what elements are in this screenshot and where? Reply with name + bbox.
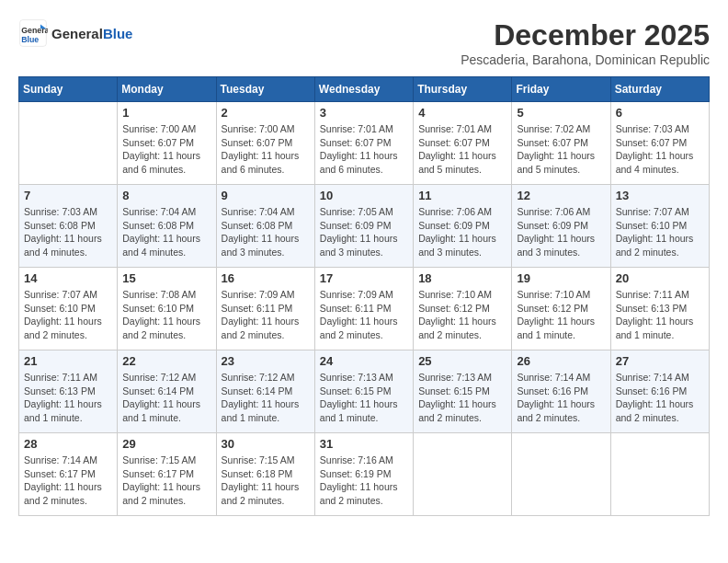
day-number: 29	[122, 437, 210, 451]
calendar-cell: 11Sunrise: 7:06 AM Sunset: 6:09 PM Dayli…	[414, 185, 512, 268]
calendar-cell: 30Sunrise: 7:15 AM Sunset: 6:18 PM Dayli…	[216, 433, 314, 516]
day-number: 1	[122, 106, 210, 120]
calendar-cell: 27Sunrise: 7:14 AM Sunset: 6:16 PM Dayli…	[610, 350, 709, 433]
day-info: Sunrise: 7:06 AM Sunset: 6:09 PM Dayligh…	[418, 205, 506, 259]
calendar-cell: 14Sunrise: 7:07 AM Sunset: 6:10 PM Dayli…	[19, 268, 118, 350]
day-number: 22	[122, 354, 210, 368]
calendar-cell: 19Sunrise: 7:10 AM Sunset: 6:12 PM Dayli…	[512, 268, 610, 350]
day-number: 5	[517, 106, 605, 120]
location-subtitle: Pescaderia, Barahona, Dominican Republic	[461, 52, 710, 67]
day-info: Sunrise: 7:04 AM Sunset: 6:08 PM Dayligh…	[222, 205, 310, 259]
day-number: 14	[24, 271, 112, 285]
calendar-cell: 23Sunrise: 7:12 AM Sunset: 6:14 PM Dayli…	[216, 350, 314, 433]
day-info: Sunrise: 7:03 AM Sunset: 6:07 PM Dayligh…	[616, 122, 704, 177]
day-header-wednesday: Wednesday	[314, 77, 413, 102]
day-number: 25	[418, 354, 506, 368]
day-info: Sunrise: 7:13 AM Sunset: 6:15 PM Dayligh…	[320, 371, 408, 425]
day-number: 3	[320, 106, 408, 120]
day-info: Sunrise: 7:06 AM Sunset: 6:09 PM Dayligh…	[517, 205, 605, 259]
day-info: Sunrise: 7:11 AM Sunset: 6:13 PM Dayligh…	[24, 371, 112, 425]
calendar-cell: 9Sunrise: 7:04 AM Sunset: 6:08 PM Daylig…	[216, 185, 314, 268]
day-info: Sunrise: 7:10 AM Sunset: 6:12 PM Dayligh…	[517, 288, 605, 342]
day-number: 24	[320, 354, 408, 368]
calendar-cell	[19, 102, 118, 185]
logo-icon: General Blue	[18, 18, 48, 48]
calendar-cell: 18Sunrise: 7:10 AM Sunset: 6:12 PM Dayli…	[414, 268, 512, 350]
day-info: Sunrise: 7:03 AM Sunset: 6:08 PM Dayligh…	[24, 205, 112, 259]
calendar-cell: 21Sunrise: 7:11 AM Sunset: 6:13 PM Dayli…	[19, 350, 118, 433]
day-number: 15	[122, 271, 210, 285]
calendar-cell: 1Sunrise: 7:00 AM Sunset: 6:07 PM Daylig…	[118, 102, 216, 185]
day-number: 13	[616, 189, 704, 202]
day-info: Sunrise: 7:08 AM Sunset: 6:10 PM Dayligh…	[122, 288, 210, 342]
calendar-cell: 17Sunrise: 7:09 AM Sunset: 6:11 PM Dayli…	[314, 268, 413, 350]
calendar-week-5: 28Sunrise: 7:14 AM Sunset: 6:17 PM Dayli…	[19, 433, 710, 516]
day-header-tuesday: Tuesday	[216, 77, 314, 102]
day-header-thursday: Thursday	[414, 77, 512, 102]
calendar-cell: 31Sunrise: 7:16 AM Sunset: 6:19 PM Dayli…	[314, 433, 413, 516]
day-info: Sunrise: 7:12 AM Sunset: 6:14 PM Dayligh…	[122, 371, 210, 425]
day-info: Sunrise: 7:16 AM Sunset: 6:19 PM Dayligh…	[320, 454, 408, 508]
calendar-cell: 13Sunrise: 7:07 AM Sunset: 6:10 PM Dayli…	[610, 185, 709, 268]
day-number: 7	[24, 189, 112, 202]
day-info: Sunrise: 7:14 AM Sunset: 6:17 PM Dayligh…	[24, 454, 112, 508]
calendar-cell: 22Sunrise: 7:12 AM Sunset: 6:14 PM Dayli…	[118, 350, 216, 433]
calendar-cell: 12Sunrise: 7:06 AM Sunset: 6:09 PM Dayli…	[512, 185, 610, 268]
calendar-cell: 25Sunrise: 7:13 AM Sunset: 6:15 PM Dayli…	[414, 350, 512, 433]
day-info: Sunrise: 7:10 AM Sunset: 6:12 PM Dayligh…	[418, 288, 506, 342]
calendar-table: SundayMondayTuesdayWednesdayThursdayFrid…	[18, 76, 710, 516]
month-title: December 2025	[461, 18, 710, 52]
calendar-cell: 4Sunrise: 7:01 AM Sunset: 6:07 PM Daylig…	[414, 102, 512, 185]
svg-text:Blue: Blue	[21, 35, 39, 44]
calendar-week-4: 21Sunrise: 7:11 AM Sunset: 6:13 PM Dayli…	[19, 350, 710, 433]
page-header: General Blue GeneralBlue December 2025 P…	[18, 18, 710, 67]
calendar-cell: 3Sunrise: 7:01 AM Sunset: 6:07 PM Daylig…	[314, 102, 413, 185]
day-header-saturday: Saturday	[610, 77, 709, 102]
day-info: Sunrise: 7:12 AM Sunset: 6:14 PM Dayligh…	[222, 371, 310, 425]
day-number: 18	[418, 271, 506, 285]
day-number: 4	[418, 106, 506, 120]
calendar-cell	[610, 433, 709, 516]
day-number: 19	[517, 271, 605, 285]
calendar-header-row: SundayMondayTuesdayWednesdayThursdayFrid…	[19, 77, 710, 102]
day-info: Sunrise: 7:01 AM Sunset: 6:07 PM Dayligh…	[418, 122, 506, 177]
day-number: 12	[517, 189, 605, 202]
calendar-cell: 5Sunrise: 7:02 AM Sunset: 6:07 PM Daylig…	[512, 102, 610, 185]
day-info: Sunrise: 7:05 AM Sunset: 6:09 PM Dayligh…	[320, 205, 408, 259]
day-info: Sunrise: 7:07 AM Sunset: 6:10 PM Dayligh…	[616, 205, 704, 259]
day-header-sunday: Sunday	[19, 77, 118, 102]
day-number: 11	[418, 189, 506, 202]
calendar-cell: 28Sunrise: 7:14 AM Sunset: 6:17 PM Dayli…	[19, 433, 118, 516]
logo: General Blue GeneralBlue	[18, 18, 132, 48]
day-number: 26	[517, 354, 605, 368]
day-number: 10	[320, 189, 408, 202]
day-info: Sunrise: 7:01 AM Sunset: 6:07 PM Dayligh…	[320, 122, 408, 177]
calendar-week-3: 14Sunrise: 7:07 AM Sunset: 6:10 PM Dayli…	[19, 268, 710, 350]
logo-text: GeneralBlue	[51, 26, 132, 41]
day-info: Sunrise: 7:15 AM Sunset: 6:17 PM Dayligh…	[122, 454, 210, 508]
calendar-cell: 16Sunrise: 7:09 AM Sunset: 6:11 PM Dayli…	[216, 268, 314, 350]
calendar-cell	[414, 433, 512, 516]
day-header-friday: Friday	[512, 77, 610, 102]
day-info: Sunrise: 7:14 AM Sunset: 6:16 PM Dayligh…	[517, 371, 605, 425]
calendar-cell: 15Sunrise: 7:08 AM Sunset: 6:10 PM Dayli…	[118, 268, 216, 350]
day-info: Sunrise: 7:11 AM Sunset: 6:13 PM Dayligh…	[616, 288, 704, 342]
calendar-week-1: 1Sunrise: 7:00 AM Sunset: 6:07 PM Daylig…	[19, 102, 710, 185]
calendar-cell: 24Sunrise: 7:13 AM Sunset: 6:15 PM Dayli…	[314, 350, 413, 433]
calendar-cell: 29Sunrise: 7:15 AM Sunset: 6:17 PM Dayli…	[118, 433, 216, 516]
calendar-week-2: 7Sunrise: 7:03 AM Sunset: 6:08 PM Daylig…	[19, 185, 710, 268]
calendar-cell: 6Sunrise: 7:03 AM Sunset: 6:07 PM Daylig…	[610, 102, 709, 185]
calendar-cell: 26Sunrise: 7:14 AM Sunset: 6:16 PM Dayli…	[512, 350, 610, 433]
day-info: Sunrise: 7:04 AM Sunset: 6:08 PM Dayligh…	[122, 205, 210, 259]
calendar-cell: 20Sunrise: 7:11 AM Sunset: 6:13 PM Dayli…	[610, 268, 709, 350]
day-number: 27	[616, 354, 704, 368]
day-number: 2	[222, 106, 310, 120]
day-info: Sunrise: 7:00 AM Sunset: 6:07 PM Dayligh…	[122, 122, 210, 177]
day-info: Sunrise: 7:13 AM Sunset: 6:15 PM Dayligh…	[418, 371, 506, 425]
day-number: 28	[24, 437, 112, 451]
day-info: Sunrise: 7:02 AM Sunset: 6:07 PM Dayligh…	[517, 122, 605, 177]
day-info: Sunrise: 7:07 AM Sunset: 6:10 PM Dayligh…	[24, 288, 112, 342]
title-block: December 2025 Pescaderia, Barahona, Domi…	[461, 18, 710, 67]
day-info: Sunrise: 7:09 AM Sunset: 6:11 PM Dayligh…	[222, 288, 310, 342]
calendar-cell	[512, 433, 610, 516]
